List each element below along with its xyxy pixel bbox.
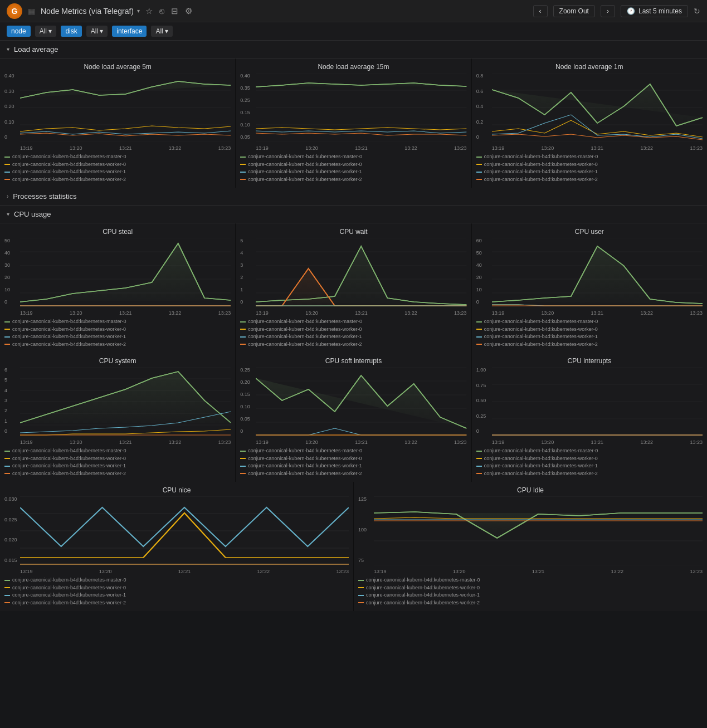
time-range-picker[interactable]: 🕐 Last 5 minutes bbox=[621, 5, 688, 17]
filter-node-all[interactable]: All ▾ bbox=[35, 26, 57, 37]
section-cpu-usage[interactable]: ▾ CPU usage bbox=[0, 206, 707, 223]
zoom-out-button[interactable]: Zoom Out bbox=[553, 5, 595, 17]
save-icon[interactable]: ⊟ bbox=[171, 6, 178, 16]
legend-cpu-system: conjure-canonical-kubern-b4d:kubernetes-… bbox=[4, 447, 231, 477]
cpu-collapse-arrow: ▾ bbox=[7, 211, 9, 217]
refresh-button[interactable]: ↻ bbox=[694, 7, 700, 16]
collapse-arrow: ▾ bbox=[7, 46, 9, 52]
cpu-panels-row3: CPU nice 0.030 0.025 0.020 0.015 bbox=[0, 482, 707, 611]
topbar-left: G ▦ Node Metrics (via Telegraf) ▾ ☆ ⎋ ⊟ … bbox=[7, 3, 192, 19]
cpu-panels-row2: CPU system 6 5 4 3 2 1 0 bbox=[0, 353, 707, 482]
dashboard-title[interactable]: Node Metrics (via Telegraf) ▾ bbox=[41, 7, 140, 16]
load-average-panels: Node load average 5m 0.40 0.30 0.20 0.10… bbox=[0, 58, 707, 188]
panel-cpu-wait: CPU wait 5 4 3 2 1 0 bbox=[236, 223, 471, 353]
chart-cpu-nice: 0.030 0.025 0.020 0.015 bbox=[4, 496, 349, 574]
filterbar: node All ▾ disk All ▾ interface All ▾ bbox=[0, 22, 707, 41]
filter-disk[interactable]: disk bbox=[61, 26, 81, 37]
chart-cpu-wait: 5 4 3 2 1 0 bbox=[240, 238, 466, 316]
panel-load-5m-title: Node load average 5m bbox=[4, 63, 231, 71]
panel-cpu-steal: CPU steal 50 40 30 20 10 0 bbox=[0, 223, 235, 353]
panel-cpu-system: CPU system 6 5 4 3 2 1 0 bbox=[0, 353, 235, 482]
chart-cpu-idle: 125 100 75 bbox=[358, 496, 703, 574]
panel-load-1m: Node load average 1m 0.8 0.6 0.4 0.2 0 bbox=[472, 58, 707, 188]
panel-cpu-interrupts-title: CPU interrupts bbox=[476, 357, 703, 365]
legend-cpu-wait: conjure-canonical-kubern-b4d:kubernetes-… bbox=[240, 318, 466, 348]
panel-cpu-system-title: CPU system bbox=[4, 357, 231, 365]
panel-load-1m-title: Node load average 1m bbox=[476, 63, 703, 71]
legend-cpu-soft: conjure-canonical-kubern-b4d:kubernetes-… bbox=[240, 447, 466, 477]
clock-icon: 🕐 bbox=[627, 7, 635, 15]
panel-cpu-steal-title: CPU steal bbox=[4, 228, 231, 236]
share-icon[interactable]: ⎋ bbox=[159, 6, 164, 16]
zoom-prev-button[interactable]: ‹ bbox=[533, 5, 548, 17]
chart-cpu-soft: 0.25 0.20 0.15 0.10 0.05 0 bbox=[240, 367, 466, 445]
chart-cpu-steal: 50 40 30 20 10 0 bbox=[4, 238, 231, 316]
legend-load-1m: conjure-canonical-kubern-b4d:kubernetes-… bbox=[476, 153, 703, 183]
panel-load-5m: Node load average 5m 0.40 0.30 0.20 0.10… bbox=[0, 58, 235, 188]
filter-node[interactable]: node bbox=[7, 26, 31, 37]
processes-arrow: › bbox=[7, 193, 8, 199]
settings-icon[interactable]: ⚙ bbox=[185, 6, 192, 16]
section-processes[interactable]: › Processes statistics bbox=[0, 188, 707, 206]
star-icon[interactable]: ☆ bbox=[145, 6, 153, 16]
panel-cpu-user: CPU user 60 50 40 20 10 0 bbox=[472, 223, 707, 353]
filter-disk-all[interactable]: All ▾ bbox=[86, 26, 108, 37]
panel-load-15m: Node load average 15m 0.40 0.35 0.25 0.1… bbox=[236, 58, 471, 188]
topbar-icons: ☆ ⎋ ⊟ ⚙ bbox=[145, 6, 192, 16]
zoom-next-button[interactable]: › bbox=[601, 5, 615, 17]
legend-cpu-idle: conjure-canonical-kubern-b4d:kubernetes-… bbox=[358, 576, 703, 607]
legend-load-5m: conjure-canonical-kubern-b4d:kubernetes-… bbox=[4, 153, 231, 183]
chart-load-5m: 0.40 0.30 0.20 0.10 0 bbox=[4, 73, 231, 151]
legend-cpu-user: conjure-canonical-kubern-b4d:kubernetes-… bbox=[476, 318, 703, 348]
chart-cpu-system: 6 5 4 3 2 1 0 bbox=[4, 367, 231, 445]
section-load-average[interactable]: ▾ Load average bbox=[0, 41, 707, 58]
topbar-right: ‹ Zoom Out › 🕐 Last 5 minutes ↻ bbox=[533, 5, 700, 17]
panel-load-15m-title: Node load average 15m bbox=[240, 63, 466, 71]
filter-interface[interactable]: interface bbox=[112, 26, 147, 37]
panel-cpu-user-title: CPU user bbox=[476, 228, 703, 236]
panel-cpu-nice: CPU nice 0.030 0.025 0.020 0.015 bbox=[0, 482, 353, 611]
chart-cpu-interrupts: 1.00 0.75 0.50 0.25 0 bbox=[476, 367, 703, 445]
panel-cpu-wait-title: CPU wait bbox=[240, 228, 466, 236]
legend-cpu-steal: conjure-canonical-kubern-b4d:kubernetes-… bbox=[4, 318, 231, 348]
cpu-panels-row1: CPU steal 50 40 30 20 10 0 bbox=[0, 223, 707, 353]
panel-cpu-interrupts: CPU interrupts 1.00 0.75 0.50 0.25 0 bbox=[472, 353, 707, 482]
chart-load-1m: 0.8 0.6 0.4 0.2 0 bbox=[476, 73, 703, 151]
panel-cpu-idle-title: CPU Idle bbox=[358, 486, 703, 494]
legend-cpu-nice: conjure-canonical-kubern-b4d:kubernetes-… bbox=[4, 576, 349, 607]
panel-cpu-idle: CPU Idle 125 100 75 bbox=[354, 482, 707, 611]
legend-cpu-interrupts: conjure-canonical-kubern-b4d:kubernetes-… bbox=[476, 447, 703, 477]
panel-grid-icon: ▦ bbox=[28, 7, 35, 16]
panel-cpu-soft: CPU soft interrupts 0.25 0.20 0.15 0.10 … bbox=[236, 353, 471, 482]
topbar: G ▦ Node Metrics (via Telegraf) ▾ ☆ ⎋ ⊟ … bbox=[0, 0, 707, 22]
chart-load-15m: 0.40 0.35 0.25 0.15 0.10 0.05 bbox=[240, 73, 466, 151]
filter-interface-all[interactable]: All ▾ bbox=[151, 26, 173, 37]
panel-cpu-nice-title: CPU nice bbox=[4, 486, 349, 494]
chart-cpu-user: 60 50 40 20 10 0 bbox=[476, 238, 703, 316]
panel-cpu-soft-title: CPU soft interrupts bbox=[240, 357, 466, 365]
legend-load-15m: conjure-canonical-kubern-b4d:kubernetes-… bbox=[240, 153, 466, 183]
grafana-logo[interactable]: G bbox=[7, 3, 22, 19]
